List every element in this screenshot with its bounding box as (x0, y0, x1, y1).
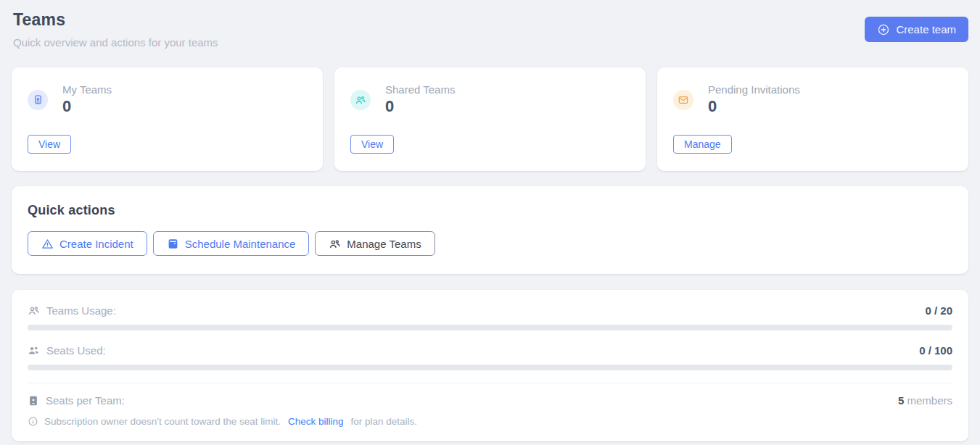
users-icon (329, 238, 341, 250)
stat-card-shared-teams: Shared Teams 0 View (334, 67, 646, 171)
teams-usage-row: Teams Usage: 0 / 20 (28, 304, 952, 317)
create-incident-button[interactable]: Create Incident (28, 231, 147, 256)
users-icon (350, 90, 371, 110)
contact-card-icon (28, 90, 48, 110)
usage-panel: Teams Usage: 0 / 20 Seats Used: 0 / 100 (12, 290, 968, 441)
seats-per-team-label: Seats per Team: (46, 394, 125, 407)
manage-teams-label: Manage Teams (347, 238, 421, 250)
teams-usage-value: 0 / 20 (925, 304, 952, 317)
users-outline-icon (28, 304, 40, 317)
note-text: Subscription owner doesn't count toward … (44, 416, 281, 427)
stat-label: Shared Teams (385, 83, 455, 96)
page-header: Teams Quick overview and actions for you… (12, 10, 968, 49)
calendar-icon (167, 238, 179, 250)
seats-used-value: 0 / 100 (919, 344, 952, 357)
seats-used-row: Seats Used: 0 / 100 (28, 344, 952, 357)
usage-divider (28, 383, 952, 383)
header-text-block: Teams Quick overview and actions for you… (13, 10, 218, 49)
warning-triangle-icon (41, 238, 54, 250)
create-team-label: Create team (896, 23, 956, 36)
page-title: Teams (13, 10, 218, 30)
stat-label: My Teams (62, 83, 112, 96)
seats-used-label: Seats Used: (46, 344, 106, 357)
teams-page: Teams Quick overview and actions for you… (0, 0, 980, 441)
seats-per-team-row: Seats per Team: 5 members (28, 394, 952, 407)
stat-card-my-teams: My Teams 0 View (12, 67, 323, 171)
contact-card-filled-icon (28, 395, 39, 407)
create-incident-label: Create Incident (59, 238, 133, 250)
stat-card-pending-invitations: Pending Invitations 0 Manage (657, 67, 968, 171)
seat-limit-note: Subscription owner doesn't count toward … (28, 416, 952, 427)
manage-invitations-button[interactable]: Manage (673, 135, 732, 154)
users-filled-icon (28, 344, 40, 357)
quick-actions-title: Quick actions (28, 203, 952, 218)
envelope-icon (673, 90, 693, 110)
manage-teams-button[interactable]: Manage Teams (315, 231, 435, 256)
teams-usage-label: Teams Usage: (46, 304, 116, 317)
view-my-teams-button[interactable]: View (28, 135, 71, 154)
plus-circle-icon (877, 23, 890, 36)
info-circle-icon (28, 416, 38, 427)
stat-value: 0 (385, 97, 455, 116)
stat-value: 0 (708, 97, 800, 116)
note-suffix: for plan details. (351, 416, 418, 427)
schedule-maintenance-button[interactable]: Schedule Maintenance (153, 231, 310, 256)
view-shared-teams-button[interactable]: View (350, 135, 394, 154)
schedule-maintenance-label: Schedule Maintenance (185, 238, 296, 250)
seats-per-team-value: 5 (898, 394, 904, 407)
check-billing-link[interactable]: Check billing (288, 416, 344, 427)
stat-cards-row: My Teams 0 View Shared Teams 0 View (12, 67, 968, 171)
teams-usage-progress (28, 325, 952, 330)
stat-value: 0 (62, 97, 112, 116)
seats-used-progress (28, 365, 952, 370)
page-subtitle: Quick overview and actions for your team… (13, 36, 218, 49)
quick-actions-panel: Quick actions Create Incident (12, 186, 968, 274)
stat-label: Pending Invitations (708, 83, 800, 96)
seats-per-team-unit: members (907, 394, 952, 407)
create-team-button[interactable]: Create team (865, 17, 968, 42)
